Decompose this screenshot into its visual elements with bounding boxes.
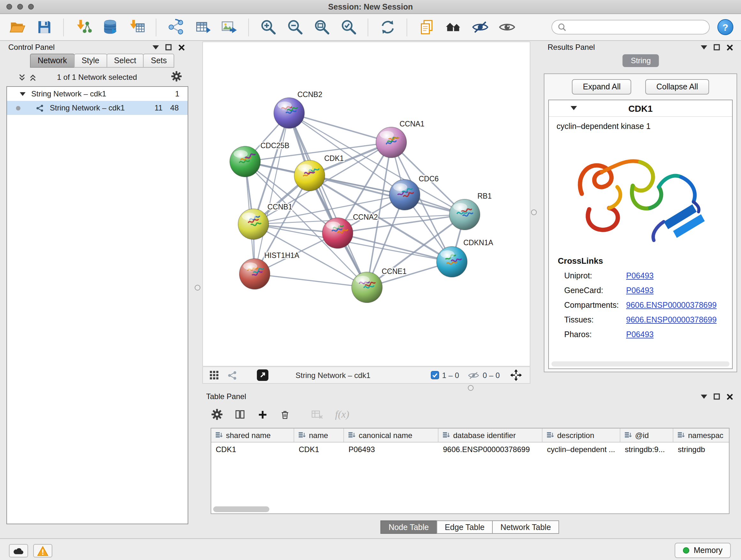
- network-edge[interactable]: [255, 113, 289, 274]
- tab-network-table[interactable]: Network Table: [492, 520, 559, 534]
- crosslink-link[interactable]: P06493: [626, 330, 654, 339]
- table-cell[interactable]: P06493: [344, 442, 439, 456]
- network-edge[interactable]: [255, 274, 367, 287]
- network-node-cdc6[interactable]: CDC6: [389, 175, 439, 210]
- close-panel-icon[interactable]: [726, 393, 733, 400]
- network-options-gear[interactable]: [171, 71, 182, 84]
- network-row-selected[interactable]: String Network – cdk1 11 48: [7, 101, 188, 115]
- horizontal-scrollbar-thumb[interactable]: [213, 506, 269, 512]
- save-session-button[interactable]: [35, 17, 54, 37]
- clone-network-button[interactable]: [417, 17, 436, 37]
- tree-expand-icon[interactable]: [20, 91, 25, 96]
- collapse-section-icon[interactable]: [570, 106, 577, 111]
- tab-string[interactable]: String: [623, 54, 659, 67]
- column-header-canonical-name[interactable]: canonical name: [344, 428, 439, 442]
- home-icon: [445, 18, 462, 36]
- network-node-ccna1[interactable]: CCNA1: [376, 120, 424, 158]
- close-panel-icon[interactable]: [178, 44, 185, 51]
- import-network-database-button[interactable]: [100, 17, 119, 37]
- column-header-label: database identifier: [453, 431, 516, 440]
- network-node-cdkn1a[interactable]: CDKN1A: [436, 239, 493, 277]
- column-header--id[interactable]: @id: [620, 428, 673, 442]
- cloud-status-button[interactable]: [9, 544, 28, 557]
- close-panel-icon[interactable]: [726, 44, 733, 51]
- refresh-button[interactable]: [378, 17, 397, 37]
- help-button[interactable]: ?: [718, 19, 733, 35]
- zoom-fit-button[interactable]: [312, 17, 331, 37]
- float-panel-icon[interactable]: [714, 44, 720, 51]
- network-edge[interactable]: [289, 113, 391, 142]
- column-header-name[interactable]: name: [294, 428, 344, 442]
- network-view-title: String Network – cdk1: [295, 371, 370, 380]
- add-column-button[interactable]: [257, 409, 268, 420]
- tab-select[interactable]: Select: [106, 54, 144, 68]
- new-network-button[interactable]: [166, 17, 185, 37]
- network-node-cdk1[interactable]: CDK1: [294, 154, 344, 191]
- table-cell[interactable]: cyclin–dependent ...: [542, 442, 620, 456]
- tab-edge-table[interactable]: Edge Table: [436, 520, 493, 534]
- left-splitter-handle[interactable]: [195, 285, 200, 291]
- crosslink-link[interactable]: P06493: [626, 271, 654, 280]
- export-image-button[interactable]: [219, 17, 239, 37]
- table-row: CDK1CDK1P064939606.ENSP00000378699cyclin…: [211, 442, 729, 456]
- show-columns-button[interactable]: [234, 409, 246, 420]
- zoom-selected-button[interactable]: [339, 17, 358, 37]
- show-panel-button[interactable]: [497, 17, 516, 37]
- table-options-button[interactable]: [211, 409, 223, 420]
- network-collection-row[interactable]: String Network – cdk1 1: [7, 87, 188, 101]
- export-view-button[interactable]: [257, 369, 269, 381]
- panel-menu-icon[interactable]: [701, 394, 707, 399]
- expand-all-icon[interactable]: [29, 73, 37, 81]
- zoom-in-button[interactable]: [259, 17, 278, 37]
- import-table-button[interactable]: [127, 17, 146, 37]
- table-cell[interactable]: stringdb:9...: [620, 442, 673, 456]
- column-header-namespac[interactable]: namespac: [673, 428, 730, 442]
- collapse-all-icon[interactable]: [18, 73, 25, 81]
- column-header-shared-name[interactable]: shared name: [211, 428, 294, 442]
- crosslink-link[interactable]: P06493: [626, 286, 654, 295]
- tab-sets[interactable]: Sets: [143, 54, 175, 68]
- zoom-out-button[interactable]: [285, 17, 305, 37]
- column-header-database-identifier[interactable]: database identifier: [439, 428, 542, 442]
- import-network-file-button[interactable]: [73, 17, 92, 37]
- crosslink-link[interactable]: 9606.ENSP00000378699: [626, 315, 717, 324]
- open-session-button[interactable]: [8, 17, 27, 37]
- network-overview-button[interactable]: [227, 370, 238, 380]
- home-button[interactable]: [444, 17, 463, 37]
- expand-all-button[interactable]: Expand All: [572, 79, 631, 95]
- bottom-splitter-handle[interactable]: [468, 385, 474, 391]
- float-panel-icon[interactable]: [714, 393, 720, 400]
- search-input[interactable]: [570, 23, 703, 32]
- delete-column-button[interactable]: [280, 409, 290, 420]
- pan-mode-button[interactable]: [510, 369, 522, 381]
- panel-menu-icon[interactable]: [152, 45, 159, 50]
- table-cell[interactable]: CDK1: [294, 442, 344, 456]
- refresh-icon: [379, 18, 396, 36]
- hidden-indicator[interactable]: [468, 371, 480, 380]
- network-canvas[interactable]: CCNB2CCNA1CDC25BCDK1CDC6RB1CCNB1CCNA2CDK…: [203, 42, 530, 366]
- panel-menu-icon[interactable]: [701, 45, 707, 50]
- collapse-all-button[interactable]: Collapse All: [646, 79, 709, 95]
- network-node-cdc25b[interactable]: CDC25B: [230, 141, 289, 177]
- tab-style[interactable]: Style: [74, 54, 107, 68]
- network-edge[interactable]: [289, 113, 367, 287]
- right-splitter-handle[interactable]: [531, 209, 537, 215]
- tab-network[interactable]: Network: [30, 54, 75, 68]
- warnings-button[interactable]: [33, 544, 52, 557]
- table-cell[interactable]: CDK1: [211, 442, 294, 456]
- selected-indicator-checkbox[interactable]: [430, 371, 439, 379]
- memory-button[interactable]: Memory: [675, 543, 731, 558]
- crosslink-link[interactable]: 9606.ENSP00000378699: [626, 300, 717, 309]
- table-cell[interactable]: stringdb: [673, 442, 730, 456]
- float-panel-icon[interactable]: [165, 44, 172, 51]
- grid-view-button[interactable]: [209, 370, 219, 380]
- network-node-rb1[interactable]: RB1: [449, 192, 492, 230]
- tab-node-table[interactable]: Node Table: [381, 520, 437, 534]
- results-scrollbar[interactable]: [551, 361, 730, 367]
- hide-panel-button[interactable]: [470, 17, 489, 37]
- table-cell[interactable]: 9606.ENSP00000378699: [439, 442, 542, 456]
- new-table-button[interactable]: [193, 17, 212, 37]
- column-header-description[interactable]: description: [542, 428, 620, 442]
- network-node-ccnb2[interactable]: CCNB2: [274, 90, 322, 128]
- network-node-hist1h1a[interactable]: HIST1H1A: [239, 251, 300, 289]
